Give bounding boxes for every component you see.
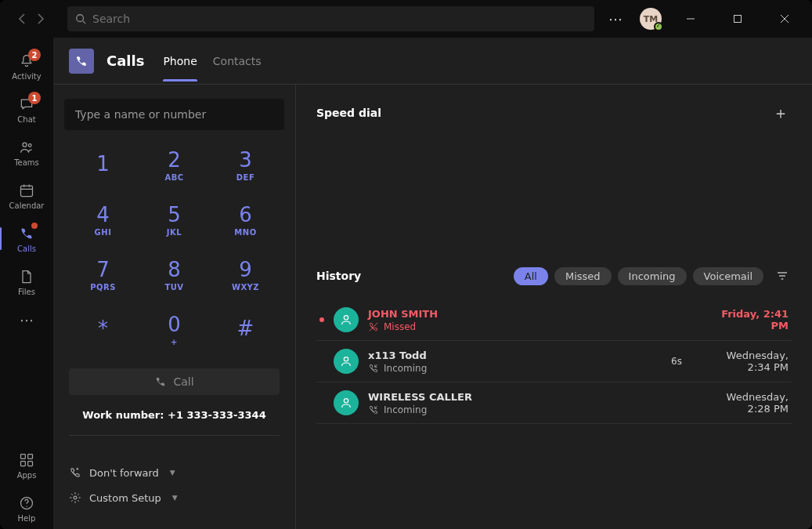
- work-number: Work number: +1 333-333-3344: [69, 395, 280, 436]
- chevron-down-icon: ▼: [172, 494, 178, 502]
- chat-badge: 1: [28, 92, 41, 104]
- svg-line-23: [370, 322, 378, 331]
- history-list: JOHN SMITH Missed Friday, 2:41 PM: [316, 299, 792, 424]
- more-button[interactable]: ⋯: [602, 8, 629, 31]
- dialpad-key-4[interactable]: 4GHI: [69, 194, 137, 246]
- user-avatar[interactable]: TM: [640, 8, 662, 30]
- rail-calendar[interactable]: Calendar: [0, 175, 53, 216]
- dialpad-key-9[interactable]: 9WXYZ: [211, 249, 280, 301]
- dialpad-key-2[interactable]: 2ABC: [140, 139, 208, 191]
- dialpad-key-5[interactable]: 5JKL: [140, 194, 208, 246]
- search-input[interactable]: [92, 13, 586, 25]
- titlebar: ⋯ TM: [0, 0, 812, 38]
- dialpad-key-6[interactable]: 6MNO: [211, 194, 280, 246]
- tab-phone[interactable]: Phone: [163, 41, 197, 82]
- main-area: Calls Phone Contacts Type a name or numb…: [53, 38, 812, 529]
- dialer-footer: Don't forward ▼ Custom Setup ▼: [64, 460, 284, 515]
- svg-rect-13: [28, 455, 33, 459]
- dialpad-key-0[interactable]: 0+: [140, 304, 208, 356]
- filter-missed[interactable]: Missed: [554, 267, 612, 285]
- svg-rect-8: [21, 186, 33, 196]
- history-info: x113 Todd Incoming: [368, 350, 662, 374]
- filter-incoming[interactable]: Incoming: [618, 267, 687, 285]
- call-duration: 6s: [671, 356, 682, 367]
- history-row[interactable]: WIRELESS CALLER Incoming Wednesday, 2:28…: [316, 382, 792, 424]
- dialpad-key-8[interactable]: 8TUV: [140, 249, 208, 301]
- history-row[interactable]: x113 Todd Incoming 6s Wednes: [316, 341, 792, 382]
- key-digit: 4: [96, 205, 110, 225]
- key-digit: 8: [168, 259, 181, 280]
- call-time: Wednesday, 2:34 PM: [702, 350, 789, 373]
- filter-all[interactable]: All: [514, 267, 548, 285]
- app-rail: 2 Activity 1 Chat Teams: [0, 38, 53, 529]
- rail-files[interactable]: Files: [0, 261, 53, 303]
- svg-point-0: [77, 15, 84, 22]
- contact-avatar: [334, 349, 359, 374]
- search-bar[interactable]: [67, 6, 594, 31]
- phone-icon: [154, 375, 167, 388]
- dialpad-key-hash[interactable]: #: [211, 304, 280, 356]
- filter-voicemail[interactable]: Voicemail: [693, 267, 763, 285]
- key-letters: ABC: [164, 173, 183, 182]
- nav-arrows: [6, 11, 52, 27]
- dialpad-key-3[interactable]: 3DEF: [211, 139, 280, 191]
- call-button[interactable]: Call: [69, 368, 280, 395]
- call-time: Wednesday, 2:28 PM: [702, 391, 789, 415]
- history-info: WIRELESS CALLER Incoming: [368, 391, 693, 415]
- close-button[interactable]: [767, 6, 803, 31]
- dialpad-key-7[interactable]: 7PQRS: [69, 249, 137, 301]
- call-status: Incoming: [368, 363, 662, 374]
- dial-input[interactable]: Type a name or number: [64, 99, 284, 130]
- rail-teams[interactable]: Teams: [0, 132, 53, 173]
- tab-contacts[interactable]: Contacts: [213, 41, 262, 82]
- minimize-button[interactable]: [673, 6, 709, 31]
- calendar-icon: [17, 181, 36, 200]
- forward-button[interactable]: [33, 11, 49, 27]
- call-status: Incoming: [368, 404, 693, 415]
- contact-name: JOHN SMITH: [368, 308, 693, 320]
- key-letters: +: [171, 338, 178, 346]
- key-digit: 7: [96, 259, 110, 280]
- filter-icon[interactable]: [773, 266, 792, 285]
- missed-call-icon: [368, 321, 379, 332]
- rail-help[interactable]: Help: [0, 487, 53, 529]
- dialpad-key-1[interactable]: 1: [69, 139, 137, 191]
- page-title: Calls: [106, 53, 144, 69]
- teams-icon: [17, 138, 36, 157]
- history-filters: All Missed Incoming Voicemail: [514, 266, 792, 285]
- rail-more[interactable]: ⋯: [0, 304, 53, 335]
- dialpad-key-star[interactable]: *: [69, 304, 137, 356]
- history-info: JOHN SMITH Missed: [368, 308, 693, 332]
- rail-calls[interactable]: Calls: [0, 218, 53, 259]
- svg-point-24: [344, 357, 348, 361]
- key-digit: 1: [96, 154, 110, 174]
- dialpad: 1 2ABC 3DEF 4GHI 5JKL 6MNO 7PQRS 8TUV 9W…: [64, 139, 284, 356]
- maximize-button[interactable]: [720, 6, 756, 31]
- custom-setup[interactable]: Custom Setup ▼: [69, 485, 280, 510]
- add-speed-dial-button[interactable]: ＋: [770, 102, 792, 124]
- rail-apps[interactable]: Apps: [0, 444, 53, 486]
- rail-chat[interactable]: 1 Chat: [0, 89, 53, 130]
- rail-label: Calendar: [9, 201, 45, 210]
- svg-point-17: [26, 506, 27, 507]
- history-header: History All Missed Incoming Voicemail: [316, 263, 792, 288]
- history-row[interactable]: JOHN SMITH Missed Friday, 2:41 PM: [316, 299, 792, 341]
- key-digit: 0: [168, 314, 181, 335]
- forward-setting[interactable]: Don't forward ▼: [69, 460, 280, 485]
- rail-label: Chat: [17, 115, 35, 124]
- speed-dial-title: Speed dial: [316, 107, 381, 119]
- key-letters: DEF: [236, 173, 254, 182]
- svg-rect-14: [21, 462, 26, 466]
- svg-point-18: [74, 496, 77, 499]
- forward-icon: [69, 466, 81, 479]
- apps-icon: [17, 451, 36, 469]
- rail-label: Apps: [17, 471, 37, 480]
- key-digit: #: [237, 318, 254, 339]
- rail-activity[interactable]: 2 Activity: [0, 45, 53, 87]
- back-button[interactable]: [14, 11, 30, 27]
- calls-app-icon: [69, 49, 94, 74]
- history-section: History All Missed Incoming Voicemail: [316, 263, 792, 424]
- contact-avatar: [334, 390, 359, 415]
- key-digit: *: [98, 318, 108, 339]
- rail-label: Activity: [12, 72, 41, 81]
